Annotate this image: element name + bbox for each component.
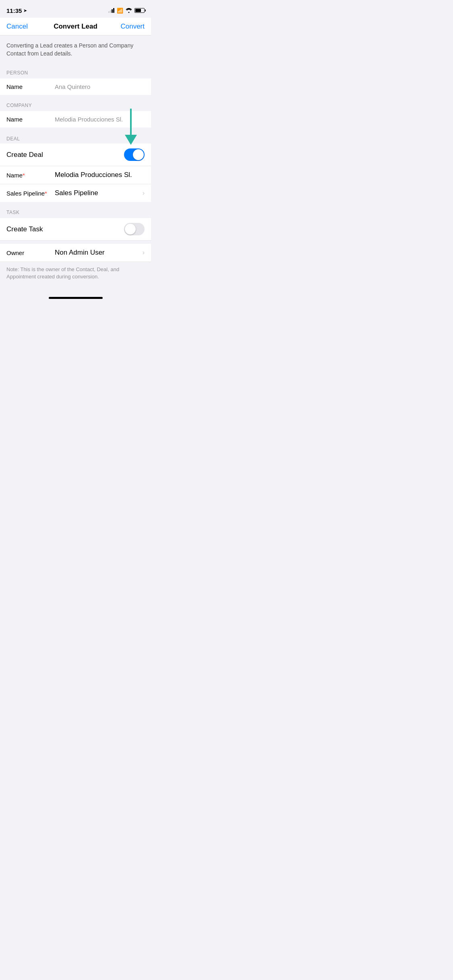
signal-bars (108, 8, 114, 13)
company-name-label: Name (6, 116, 55, 123)
status-bar: 11:35 ➤ 📶 (0, 0, 151, 18)
company-name-row: Name Melodia Producciones Sl. (0, 111, 151, 128)
deal-name-value: Melodia Producciones Sl. (55, 171, 145, 179)
owner-note: Note: This is the owner of the Contact, … (0, 262, 151, 287)
home-indicator (0, 294, 151, 301)
deal-section: DEAL Create Deal Name* Melodia Produccio… (0, 131, 151, 202)
create-deal-toggle[interactable] (124, 148, 145, 161)
wifi-icon (126, 8, 132, 13)
sales-pipeline-value: Sales Pipeline (55, 189, 141, 197)
nav-bar: Cancel Convert Lead Convert (0, 18, 151, 35)
required-mark: * (45, 190, 47, 197)
company-section-header: COMPANY (0, 98, 151, 111)
sales-pipeline-label: Sales Pipeline* (6, 190, 55, 197)
person-name-value: Ana Quintero (55, 83, 145, 90)
person-label: PERSON (6, 70, 28, 76)
cancel-button[interactable]: Cancel (6, 23, 28, 31)
deal-label: DEAL (6, 136, 20, 142)
page-title: Convert Lead (54, 23, 97, 31)
sales-pipeline-row[interactable]: Sales Pipeline* Sales Pipeline › (0, 184, 151, 202)
chevron-right-icon: › (143, 249, 145, 256)
person-name-label: Name (6, 83, 55, 90)
status-icons: 📶 (108, 8, 145, 14)
battery-icon (134, 8, 145, 13)
convert-button[interactable]: Convert (120, 23, 145, 31)
owner-section: Owner Non Admin User › Note: This is the… (0, 244, 151, 287)
create-task-label: Create Task (6, 225, 43, 233)
person-section: PERSON Name Ana Quintero (0, 66, 151, 95)
task-section: TASK Create Task (0, 205, 151, 241)
person-section-header: PERSON (0, 66, 151, 78)
owner-label: Owner (6, 249, 55, 256)
company-label: COMPANY (6, 103, 32, 108)
wifi-icon: 📶 (117, 8, 123, 14)
task-label: TASK (6, 210, 19, 215)
deal-name-row[interactable]: Name* Melodia Producciones Sl. (0, 166, 151, 184)
create-deal-row[interactable]: Create Deal (0, 144, 151, 166)
company-name-value: Melodia Producciones Sl. (55, 116, 145, 123)
deal-name-label: Name* (6, 172, 55, 179)
owner-value: Non Admin User (55, 249, 141, 257)
deal-section-header: DEAL (0, 131, 151, 144)
chevron-right-icon: › (143, 189, 145, 197)
create-task-row[interactable]: Create Task (0, 218, 151, 241)
task-section-header: TASK (0, 205, 151, 218)
home-bar (49, 297, 103, 299)
create-task-toggle[interactable] (124, 223, 145, 235)
info-section: Converting a Lead creates a Person and C… (0, 35, 151, 66)
create-deal-label: Create Deal (6, 151, 43, 159)
person-name-row: Name Ana Quintero (0, 78, 151, 95)
owner-row[interactable]: Owner Non Admin User › (0, 244, 151, 262)
location-icon: ➤ (23, 8, 27, 13)
status-time: 11:35 (6, 7, 22, 14)
info-description: Converting a Lead creates a Person and C… (6, 42, 145, 58)
company-section: COMPANY Name Melodia Producciones Sl. (0, 98, 151, 128)
required-mark: * (23, 172, 25, 179)
